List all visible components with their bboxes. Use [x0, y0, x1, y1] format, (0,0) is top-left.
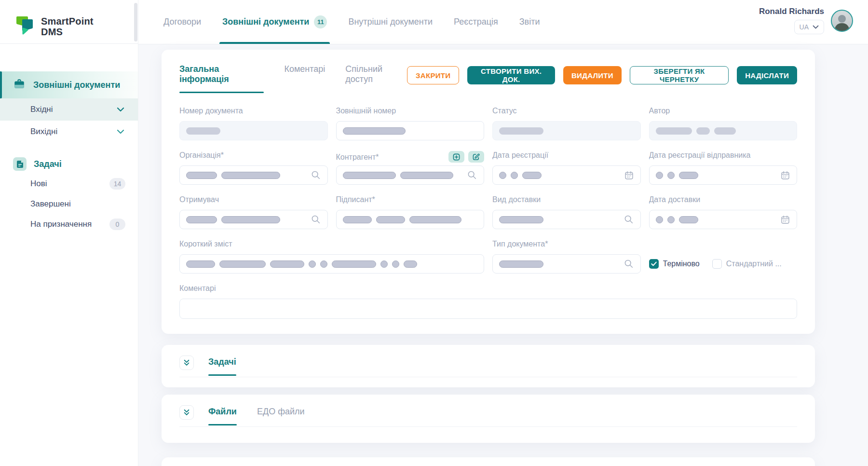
field-author: Автор: [649, 107, 798, 140]
tab-tasks[interactable]: Задачі: [208, 357, 236, 369]
calendar-icon[interactable]: [624, 170, 634, 180]
next-card-partial: [162, 457, 815, 466]
chevron-down-icon: [813, 25, 819, 29]
sidebar-item-assignment[interactable]: На призначення 0: [0, 214, 138, 234]
document-form: Номер документа Зовнішній номер Статус А…: [162, 107, 815, 319]
avatar[interactable]: [831, 10, 853, 32]
nav-item-external-documents[interactable]: Зовнішні документи 11: [222, 0, 327, 44]
delete-button[interactable]: ВИДАЛИТИ: [563, 66, 622, 84]
user-name: Ronald Richards: [759, 7, 824, 16]
doc-number-input: [179, 121, 328, 140]
sidebar-scrollbar[interactable]: [134, 3, 137, 41]
tab-shared-access[interactable]: Спільний доступ: [345, 64, 407, 86]
field-label: Короткий зміст: [179, 240, 484, 249]
standard-checkbox[interactable]: [712, 259, 722, 269]
search-icon[interactable]: [467, 170, 477, 180]
summary-input[interactable]: [179, 254, 484, 274]
sidebar-item-done[interactable]: Завершені: [0, 194, 138, 214]
registration-date-input[interactable]: [492, 165, 641, 185]
field-label: Підписант*: [336, 195, 485, 205]
urgent-checkbox-group[interactable]: Терміново: [649, 259, 700, 269]
search-icon[interactable]: [624, 214, 634, 225]
create-outgoing-doc-button[interactable]: СТВОРИТИ ВИХ. ДОК.: [467, 66, 555, 84]
count-badge: 14: [109, 178, 125, 190]
tab-comments[interactable]: Коментарі: [284, 64, 325, 86]
field-label: Дата реєстрації: [492, 151, 641, 161]
send-button[interactable]: НАДІСЛАТИ: [737, 66, 797, 84]
sidebar-item-new[interactable]: Нові 14: [0, 174, 138, 194]
field-doc-number: Номер документа: [179, 107, 328, 140]
field-counterparty: Контрагент*: [336, 151, 485, 185]
nav-label: Договори: [163, 17, 201, 27]
field-doc-type: Тип документа*: [492, 240, 641, 274]
field-label: Дата доставки: [649, 195, 798, 205]
external-number-input[interactable]: [336, 121, 485, 140]
comments-input[interactable]: [179, 299, 797, 319]
collapse-tasks-button[interactable]: [179, 356, 194, 370]
nav-item-contracts[interactable]: Договори: [163, 0, 201, 44]
field-recipient: Отримувач: [179, 195, 328, 229]
field-organization: Організація*: [179, 151, 328, 185]
urgent-checkbox[interactable]: [649, 259, 659, 269]
sidebar-item-label: На призначення: [30, 219, 92, 229]
search-icon[interactable]: [311, 170, 321, 180]
doc-type-input[interactable]: [492, 254, 641, 274]
language-selector[interactable]: UA: [794, 20, 824, 34]
sidebar-section-external-documents[interactable]: Зовнішні документи: [0, 71, 138, 98]
tab-files[interactable]: Файли: [208, 407, 237, 419]
field-label: Дата реєстрації відправника: [649, 151, 798, 161]
checkbox-label: Стандартний ...: [726, 260, 782, 268]
calendar-icon[interactable]: [780, 215, 790, 225]
organization-input[interactable]: [179, 165, 328, 185]
sidebar-item-incoming[interactable]: Вхідні: [0, 98, 138, 121]
task-document-icon: [13, 157, 27, 171]
nav-item-internal-documents[interactable]: Внутрішні документи: [348, 0, 433, 44]
field-label: Організація*: [179, 151, 328, 161]
counterparty-input[interactable]: [336, 165, 485, 185]
sidebar-item-label: Вхідні: [30, 105, 53, 114]
calendar-icon[interactable]: [780, 170, 790, 180]
field-sender-registration-date: Дата реєстрації відправника: [649, 151, 798, 185]
document-card: Загальна інформація Коментарі Спільний д…: [162, 50, 815, 334]
nav-label: Реєстрація: [454, 17, 498, 27]
sidebar-section-tasks[interactable]: Задачі: [13, 157, 138, 171]
close-button[interactable]: ЗАКРИТИ: [407, 66, 459, 84]
field-comments: Коментарі: [179, 284, 797, 319]
brand-logo: SmartPoint DMS: [0, 0, 138, 44]
main-nav: Договори Зовнішні документи 11 Внутрішні…: [138, 0, 540, 44]
search-icon[interactable]: [624, 259, 634, 269]
field-external-number: Зовнішній номер: [336, 107, 485, 140]
sidebar-item-outgoing[interactable]: Вихідні: [0, 121, 138, 143]
tab-general-info[interactable]: Загальна інформація: [179, 64, 264, 86]
standard-checkbox-group[interactable]: Стандартний ...: [712, 259, 782, 269]
main-content: Загальна інформація Коментарі Спільний д…: [138, 44, 868, 466]
delivery-type-input[interactable]: [492, 210, 641, 229]
checkbox-label: Терміново: [663, 260, 700, 268]
add-counterparty-icon[interactable]: [448, 151, 464, 163]
search-icon[interactable]: [311, 214, 321, 225]
field-label: Вид доставки: [492, 195, 641, 205]
nav-label: Звіти: [519, 17, 540, 27]
sender-registration-date-input[interactable]: [649, 165, 798, 185]
status-input: [492, 121, 641, 140]
tab-edo-files[interactable]: ЕДО файли: [257, 407, 305, 419]
count-badge: 0: [109, 219, 125, 230]
signer-input[interactable]: [336, 210, 485, 229]
collapse-files-button[interactable]: [179, 405, 194, 420]
nav-label: Зовнішні документи: [222, 17, 309, 27]
sidebar-section-label: Задачі: [34, 159, 62, 169]
save-draft-button[interactable]: ЗБЕРЕГТИ ЯК ЧЕРНЕТКУ: [630, 66, 729, 84]
nav-item-reports[interactable]: Звіти: [519, 0, 540, 44]
delivery-date-input[interactable]: [649, 210, 798, 229]
author-input: [649, 121, 798, 140]
field-registration-date: Дата реєстрації: [492, 151, 641, 185]
chevron-down-icon: [117, 105, 124, 114]
chevron-down-icon: [117, 127, 124, 137]
field-delivery-type: Вид доставки: [492, 195, 641, 229]
field-label: Тип документа*: [492, 240, 641, 249]
nav-label: Внутрішні документи: [348, 17, 433, 27]
edit-counterparty-icon[interactable]: [468, 151, 484, 163]
sidebar-item-label: Вихідні: [30, 127, 57, 137]
recipient-input[interactable]: [179, 210, 328, 229]
nav-item-registration[interactable]: Реєстрація: [454, 0, 498, 44]
